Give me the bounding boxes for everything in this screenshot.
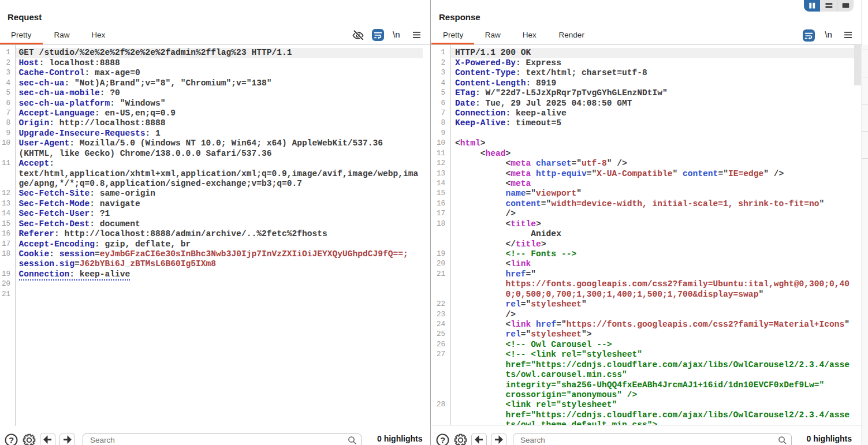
svg-text:?: ? (439, 435, 445, 445)
svg-text:?: ? (9, 435, 14, 445)
